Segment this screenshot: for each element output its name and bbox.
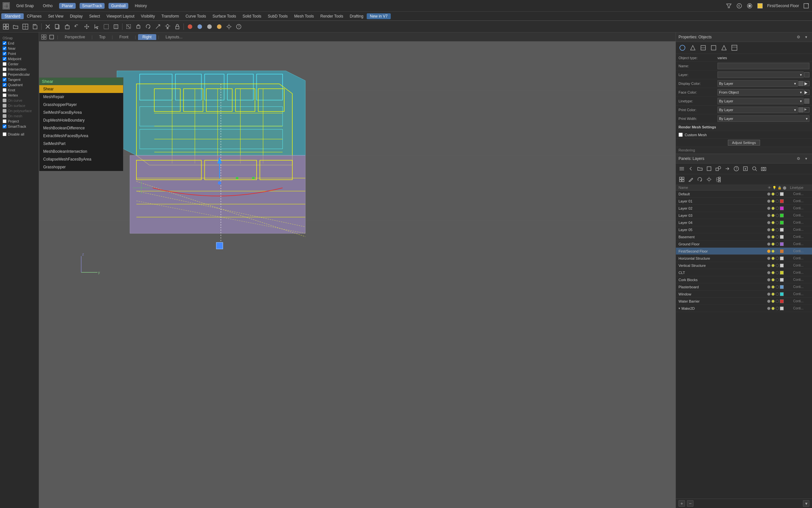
layer-row-01[interactable]: Layer 01 Conti...: [676, 198, 812, 205]
tb-delete-icon[interactable]: [43, 22, 52, 31]
tb-deselect-icon[interactable]: [124, 22, 133, 31]
adjust-settings-btn[interactable]: Adjust Settings: [728, 140, 760, 145]
menu-viewport-layout[interactable]: Viewport Layout: [103, 13, 138, 19]
props-facecolor-select[interactable]: From Object ▾: [717, 89, 804, 95]
layer-vis-dot[interactable]: [767, 235, 770, 239]
snap-perpendicular-cb[interactable]: [3, 73, 6, 76]
layer-render-dot[interactable]: [771, 221, 775, 224]
layers-icon-layers[interactable]: [678, 165, 686, 173]
tb-copy-icon[interactable]: [53, 22, 62, 31]
layer-lock-dot[interactable]: [776, 293, 779, 296]
menu-mesh-tools[interactable]: Mesh Tools: [291, 13, 317, 19]
layer-color[interactable]: [780, 206, 784, 210]
layer-vis-dot[interactable]: [767, 257, 770, 260]
tb-rotate-icon[interactable]: [144, 22, 153, 31]
tb-pan-icon[interactable]: [82, 22, 91, 31]
layer-render-dot[interactable]: [771, 264, 775, 267]
layer-color[interactable]: [780, 228, 784, 232]
custom-mesh-cb[interactable]: [678, 133, 683, 137]
snap-point-cb[interactable]: [3, 52, 6, 55]
menu-transform[interactable]: Transform: [158, 13, 182, 19]
layer-row-basement[interactable]: Basement Conti...: [676, 234, 812, 241]
layer-color[interactable]: [780, 256, 784, 260]
layers-icon-rotate[interactable]: [696, 175, 704, 183]
layer-row-corkblocks[interactable]: Cork Blocks Conti...: [676, 276, 812, 284]
props-render-icon[interactable]: [699, 44, 707, 52]
layer-render-dot[interactable]: [771, 285, 775, 289]
menu-surface-tools[interactable]: Surface Tools: [209, 13, 239, 19]
snap-smarttrack[interactable]: SmartTrack: [1, 124, 37, 129]
layer-lock-dot[interactable]: [776, 214, 779, 217]
printcolor-swatch2[interactable]: ▶: [804, 107, 809, 113]
cmd-item-extractmeshfacesbyarea[interactable]: ExtractMeshFacesByArea: [39, 132, 123, 140]
layer-color[interactable]: [780, 235, 784, 239]
layer-render-dot[interactable]: [771, 228, 775, 231]
layer-color[interactable]: [780, 221, 784, 224]
snap-oncurve[interactable]: On curve: [1, 98, 37, 103]
layers-remove-btn[interactable]: −: [687, 500, 694, 507]
layer-color[interactable]: [780, 249, 784, 253]
make2d-collapse-icon[interactable]: ▾: [678, 306, 680, 310]
tb-scale-icon[interactable]: [153, 22, 162, 31]
layer-vis-dot[interactable]: [767, 285, 770, 289]
snap-onmesh[interactable]: On mesh: [1, 114, 37, 119]
layer-row-default[interactable]: Default Conti...: [676, 190, 812, 198]
props-linetype-select[interactable]: By Layer ▾: [717, 98, 804, 104]
layer-lock-dot[interactable]: [776, 264, 779, 267]
snap-midpoint-cb[interactable]: [3, 57, 6, 61]
layer-color-swatch[interactable]: [804, 72, 809, 77]
layers-icon-search[interactable]: [751, 165, 758, 173]
layer-color[interactable]: [780, 214, 784, 217]
props-printcolor-select[interactable]: By Layer ▾: [717, 107, 798, 113]
gumball-btn[interactable]: Gumball: [108, 3, 128, 9]
tb-light-icon[interactable]: [163, 22, 172, 31]
menu-cplanes[interactable]: CPlanes: [24, 13, 45, 19]
snap-end[interactable]: End: [1, 41, 37, 46]
layer-render-dot[interactable]: [771, 243, 775, 246]
layer-render-dot[interactable]: [771, 235, 775, 239]
menu-display[interactable]: Display: [66, 13, 86, 19]
linetype-swatch[interactable]: [804, 98, 809, 104]
displaycolor-swatch[interactable]: [798, 81, 804, 86]
maximize-icon[interactable]: [803, 3, 809, 9]
props-printwidth-select[interactable]: By Layer ▾: [717, 115, 809, 122]
layer-lock-dot[interactable]: [776, 221, 779, 224]
layer-row-waterbarrier[interactable]: Water Barrier Conti...: [676, 298, 812, 305]
layer-color[interactable]: [780, 306, 784, 310]
tb-selwindow-icon[interactable]: [111, 22, 121, 31]
vp-tab-layouts[interactable]: Layouts...: [161, 34, 187, 40]
layers-icon-treeview[interactable]: [714, 175, 722, 183]
tb-color1-icon[interactable]: [185, 22, 195, 31]
layer-lock-dot[interactable]: [776, 193, 779, 196]
tb-color3-icon[interactable]: [205, 22, 214, 31]
props-object-icon[interactable]: [678, 44, 686, 52]
layers-icon-back[interactable]: [687, 165, 695, 173]
tb-color2-icon[interactable]: [195, 22, 204, 31]
snap-vertex[interactable]: Vertex: [1, 93, 37, 98]
filter-icon[interactable]: [726, 3, 732, 9]
props-displaycolor-select[interactable]: By Layer ▾: [717, 80, 798, 87]
layers-icon-folder[interactable]: [696, 165, 704, 173]
layer-row-window[interactable]: Window Conti...: [676, 291, 812, 298]
layer-lock-dot[interactable]: [776, 243, 779, 246]
tb-selall-icon[interactable]: [102, 22, 111, 31]
layer-row-groundfloor[interactable]: Ground Floor Conti...: [676, 241, 812, 248]
tb-lock-icon[interactable]: [173, 22, 182, 31]
snap-near-cb[interactable]: [3, 46, 6, 50]
layer-color[interactable]: [780, 292, 784, 296]
layer-lock-dot[interactable]: [776, 257, 779, 260]
tb-color4-icon[interactable]: [215, 22, 224, 31]
command-input[interactable]: [42, 79, 121, 84]
snap-tangent-cb[interactable]: [3, 78, 6, 82]
displaycolor-swatch2[interactable]: ▶: [804, 81, 809, 86]
snap-perpendicular[interactable]: Perpendicular: [1, 72, 37, 77]
layer-vis-dot[interactable]: [767, 200, 770, 203]
vp-tab-top[interactable]: Top: [95, 34, 110, 40]
snap-onpolysurface[interactable]: On polysurface: [1, 108, 37, 114]
layer-lock-dot[interactable]: [776, 207, 779, 210]
layer-render-dot[interactable]: [771, 278, 775, 282]
cmd-item-grasshopperplayer[interactable]: GrasshopperPlayer: [39, 101, 123, 109]
layer-vis-dot[interactable]: [767, 193, 770, 196]
props-light-icon[interactable]: [710, 44, 717, 52]
vp-tab-perspective[interactable]: Perspective: [60, 34, 90, 40]
